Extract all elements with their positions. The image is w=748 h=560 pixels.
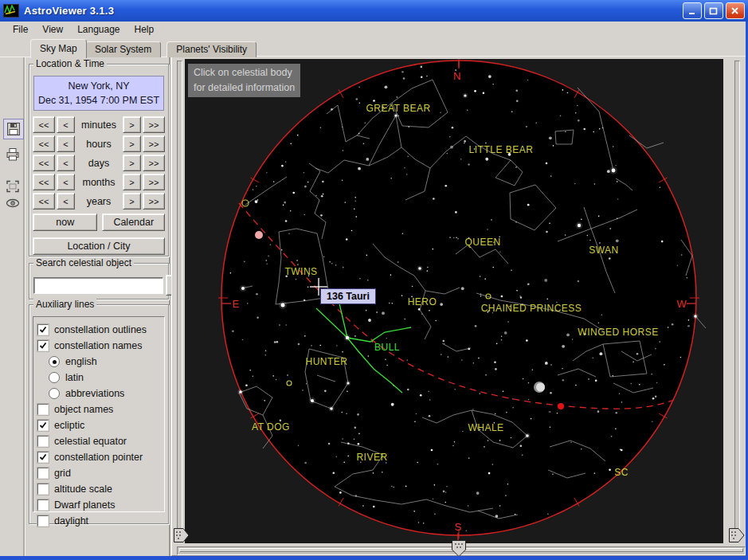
menu-item-view[interactable]: View [36, 22, 71, 37]
checkbox-icon [37, 484, 49, 495]
sky-map[interactable]: GREAT BEARLITTLE BEARQUEENSWANCHAINED PR… [185, 59, 723, 543]
checkbox-icon [37, 404, 49, 415]
zoom-slider-right-thumb[interactable] [729, 528, 745, 542]
title-bar: AstroViewer 3.1.3 [0, 0, 748, 22]
svg-text:SC: SC [614, 467, 629, 478]
option-label: daylight [54, 515, 88, 527]
calendar-button[interactable]: Calendar [102, 213, 165, 231]
step-back-years[interactable]: < [57, 193, 75, 210]
fullscreen-icon [5, 178, 21, 194]
now-button[interactable]: now [33, 213, 97, 231]
app-icon [3, 4, 19, 18]
step-forward-fast-days[interactable]: >> [143, 155, 165, 171]
app-logo-icon [4, 5, 17, 15]
step-back-fast-minutes[interactable]: << [33, 116, 55, 133]
step-back-fast-years[interactable]: << [33, 193, 55, 210]
svg-text:HERO: HERO [408, 296, 437, 307]
checkbox-dwarf-planets[interactable]: Dwarf planets [36, 497, 163, 513]
radio-english[interactable]: english [47, 354, 163, 370]
svg-text:BULL: BULL [374, 342, 400, 353]
option-label: constellation names [54, 340, 142, 351]
unit-label-hours: hours [75, 135, 123, 152]
option-label: english [65, 356, 97, 367]
search-input[interactable] [33, 277, 163, 294]
close-button[interactable] [726, 2, 745, 19]
time-row-days: <<<days>>> [33, 155, 165, 171]
location-time-group: Location & Time New York, NY Dec 31, 195… [29, 64, 169, 257]
step-back-fast-months[interactable]: << [33, 174, 55, 190]
step-forward-fast-months[interactable]: >> [143, 174, 165, 190]
unit-label-months: months [75, 174, 123, 190]
option-label: object names [54, 404, 113, 415]
checkbox-icon [37, 515, 49, 527]
map-hint-line1: Click on celestial body [194, 65, 295, 80]
menu-item-file[interactable]: File [6, 22, 36, 37]
option-label: constellation pointer [54, 452, 143, 463]
step-forward-days[interactable]: > [123, 155, 141, 171]
time-step-rows: <<<minutes>>><<<hours>>><<<days>>><<<mon… [33, 116, 165, 210]
tab-sky-map[interactable]: Sky Map [30, 39, 87, 58]
print-icon [5, 147, 21, 163]
checkbox-constellation-outlines[interactable]: constellation outlines [36, 322, 163, 338]
time-row-hours: <<<hours>>> [33, 135, 165, 152]
option-label: celestial equator [54, 436, 127, 447]
svg-text:S: S [454, 521, 461, 533]
astroviewer-window: { "window": { "title": "AstroViewer 3.1.… [0, 0, 748, 560]
step-forward-hours[interactable]: > [123, 135, 141, 152]
window-border-bottom [0, 556, 748, 560]
step-forward-fast-years[interactable]: >> [143, 193, 165, 210]
svg-text:WINGED HORSE: WINGED HORSE [578, 327, 658, 338]
tab-solar-system[interactable]: Solar System [85, 41, 161, 57]
checkbox-constellation-pointer[interactable]: constellation pointer [36, 449, 163, 465]
checkbox-icon [37, 340, 49, 351]
option-label: abbreviations [65, 388, 124, 399]
menu-item-help[interactable]: Help [128, 22, 163, 37]
checkbox-grid[interactable]: grid [36, 465, 163, 481]
visibility-button[interactable] [3, 194, 22, 213]
menu-bar: FileViewLanguageHelp [0, 22, 748, 38]
save-button[interactable] [3, 119, 24, 139]
checkbox-constellation-names[interactable]: constellation names [36, 338, 163, 354]
tab-planets-visibility[interactable]: Planets' Visibility [166, 41, 257, 57]
checkbox-ecliptic[interactable]: ecliptic [36, 417, 163, 433]
zoom-slider-left-thumb[interactable] [174, 528, 190, 542]
svg-text:CHAINED PRINCESS: CHAINED PRINCESS [481, 303, 582, 314]
checkbox-celestial-equator[interactable]: celestial equator [36, 433, 163, 449]
step-forward-fast-minutes[interactable]: >> [143, 116, 165, 133]
location-value: New York, NY [34, 79, 163, 93]
location-time-display[interactable]: New York, NY Dec 31, 1954 7:00 PM EST [33, 76, 164, 111]
checkbox-icon [37, 436, 49, 447]
checkbox-daylight[interactable]: daylight [36, 513, 163, 529]
checkbox-altitude-scale[interactable]: altitude scale [36, 481, 163, 497]
step-back-fast-days[interactable]: << [33, 155, 55, 171]
map-panel: GREAT BEARLITTLE BEARQUEENSWANCHAINED PR… [171, 56, 748, 556]
radio-latin[interactable]: latin [47, 370, 163, 386]
step-forward-months[interactable]: > [123, 174, 141, 190]
map-hint: Click on celestial body for detailed inf… [188, 64, 300, 97]
location-city-button[interactable]: Location / City [33, 237, 165, 255]
step-forward-years[interactable]: > [123, 193, 141, 210]
zoom-slider-right[interactable] [734, 61, 740, 531]
zoom-slider-left[interactable] [177, 61, 182, 531]
direction-slider-thumb[interactable] [452, 540, 466, 557]
maximize-button[interactable] [704, 2, 723, 19]
step-forward-fast-hours[interactable]: >> [143, 135, 165, 152]
radio-abbreviations[interactable]: abbreviations [47, 386, 163, 401]
option-label: latin [65, 372, 84, 383]
step-back-hours[interactable]: < [57, 135, 75, 152]
svg-text:AT DOG: AT DOG [252, 421, 290, 433]
menu-item-language[interactable]: Language [71, 22, 127, 37]
step-back-fast-hours[interactable]: << [33, 135, 55, 152]
print-button[interactable] [3, 145, 22, 164]
checkbox-object-names[interactable]: object names [36, 401, 163, 417]
step-back-minutes[interactable]: < [57, 116, 75, 133]
step-back-days[interactable]: < [57, 155, 75, 171]
search-title: Search celestial object [33, 257, 134, 268]
auxiliary-lines-title: Auxiliary lines [33, 299, 96, 310]
minimize-button[interactable] [683, 2, 702, 19]
checkbox-icon [37, 499, 49, 511]
radio-icon [49, 372, 60, 383]
svg-text:QUEEN: QUEEN [464, 237, 500, 248]
step-back-months[interactable]: < [57, 174, 75, 190]
step-forward-minutes[interactable]: > [123, 116, 141, 133]
